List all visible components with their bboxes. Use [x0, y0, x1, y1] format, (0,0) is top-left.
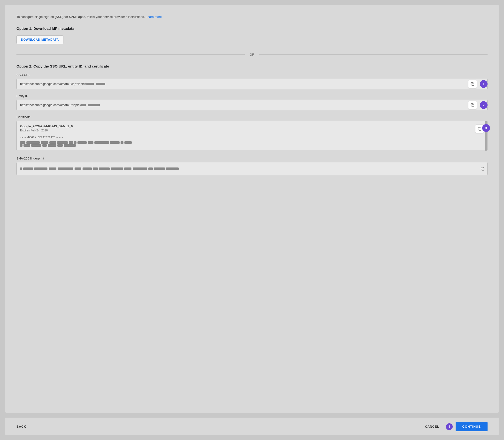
- svg-rect-2: [479, 128, 481, 130]
- copy-icon: [470, 103, 475, 107]
- option1-heading: Option 1: Download IdP metadata: [16, 26, 488, 30]
- redacted-4: [88, 104, 100, 106]
- redacted-1: [86, 83, 94, 85]
- redacted-2: [96, 83, 105, 85]
- sha-copy-button[interactable]: [480, 166, 485, 171]
- intro-text: To configure single sign-on (SSO) for SA…: [16, 14, 488, 20]
- sso-url-label: SSO URL: [16, 73, 488, 77]
- certificate-section: Certificate Google_2026-2-24-64943_SAML2…: [16, 115, 488, 151]
- sso-url-section: SSO URL https://accounts.google.com/o/sa…: [16, 73, 488, 89]
- entity-id-label: Entity ID: [16, 94, 488, 98]
- back-button[interactable]: BACK: [16, 422, 26, 431]
- redacted-3: [81, 104, 86, 106]
- cert-wrapper: Google_2026-2-24-64943_SAML2_0 Expires F…: [16, 121, 488, 151]
- learn-more-link[interactable]: Learn more: [146, 15, 162, 19]
- copy-icon: [477, 127, 482, 131]
- divider-line-right: [259, 55, 488, 55]
- sha-content: [20, 167, 183, 170]
- footer: BACK CANCEL 4 CONTINUE: [5, 418, 499, 435]
- cancel-button[interactable]: CANCEL: [421, 422, 443, 431]
- divider-label: OR: [245, 53, 259, 56]
- entity-id-field: https://accounts.google.com/o/saml2?idpi…: [16, 100, 488, 110]
- page-wrapper: To configure single sign-on (SSO) for SA…: [0, 0, 504, 440]
- copy-icon: [480, 166, 485, 171]
- sha-field: [16, 162, 488, 175]
- step4-badge: 4: [446, 423, 453, 430]
- divider-line-left: [16, 55, 245, 55]
- svg-rect-0: [472, 83, 474, 86]
- divider: OR: [16, 53, 488, 56]
- entity-id-section: Entity ID https://accounts.google.com/o/…: [16, 94, 488, 110]
- cert-expires: Expires Feb 24, 2026: [20, 129, 475, 132]
- entity-id-row: https://accounts.google.com/o/saml2?idpi…: [16, 100, 488, 110]
- sha-section: SHA-256 fingerprint: [16, 157, 488, 175]
- cert-content: -----BEGIN CERTIFICATE-----: [20, 135, 475, 147]
- entity-id-copy-button[interactable]: [468, 101, 477, 110]
- cert-name: Google_2026-2-24-64943_SAML2_0: [20, 124, 475, 128]
- step3-badge: 3: [482, 124, 490, 132]
- sso-url-row: https://accounts.google.com/o/saml2/idp?…: [16, 79, 488, 89]
- svg-rect-1: [472, 104, 474, 107]
- certificate-label: Certificate: [16, 115, 488, 119]
- footer-right: CANCEL 4 CONTINUE: [421, 422, 488, 431]
- option2-heading: Option 2: Copy the SSO URL, entity ID, a…: [16, 64, 488, 68]
- download-metadata-button[interactable]: DOWNLOAD METADATA: [16, 35, 63, 44]
- cert-line-1: [20, 141, 475, 144]
- main-content: To configure single sign-on (SSO) for SA…: [5, 5, 499, 413]
- step2-badge: 2: [480, 101, 488, 109]
- copy-icon: [470, 82, 475, 86]
- sso-url-copy-button[interactable]: [468, 80, 477, 88]
- svg-rect-3: [482, 168, 484, 170]
- certificate-field: Google_2026-2-24-64943_SAML2_0 Expires F…: [16, 121, 488, 151]
- step1-badge: 1: [480, 80, 488, 88]
- sha-label: SHA-256 fingerprint: [16, 157, 488, 160]
- continue-button[interactable]: CONTINUE: [456, 422, 488, 431]
- cert-line-2: [20, 144, 475, 147]
- sso-url-field: https://accounts.google.com/o/saml2/idp?…: [16, 79, 488, 89]
